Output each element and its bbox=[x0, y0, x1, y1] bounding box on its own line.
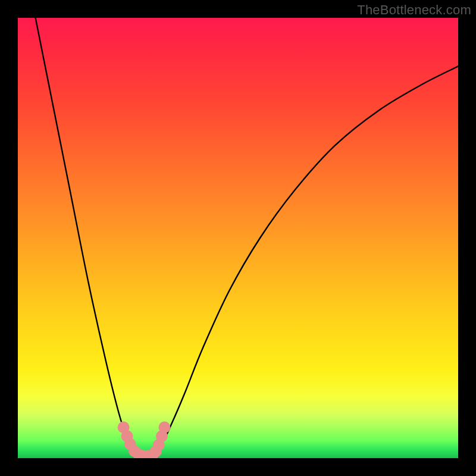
attribution-label: TheBottleneck.com bbox=[357, 2, 471, 18]
bottleneck-markers bbox=[118, 421, 171, 458]
chart-frame: TheBottleneck.com bbox=[0, 0, 476, 476]
curve-overlay bbox=[18, 18, 458, 458]
bottleneck-curve bbox=[36, 18, 458, 458]
plot-area bbox=[18, 18, 458, 458]
marker-dot bbox=[158, 421, 170, 433]
